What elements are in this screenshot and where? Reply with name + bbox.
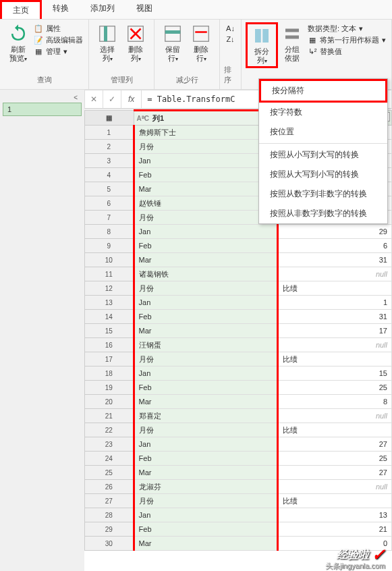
cell-col1[interactable]: Feb <box>134 239 277 253</box>
column-header-1[interactable]: AᴮC 列1 ▾ <box>134 111 277 126</box>
row-number[interactable]: 30 <box>85 537 134 551</box>
cell-col1[interactable]: Mar <box>134 466 277 480</box>
row-number[interactable]: 21 <box>85 409 134 423</box>
row-number[interactable]: 27 <box>85 494 134 508</box>
row-number[interactable]: 24 <box>85 452 134 466</box>
row-number[interactable]: 1 <box>85 126 134 140</box>
formula-commit[interactable]: ✓ <box>103 90 121 108</box>
dd-upper-to-lower[interactable]: 按照从大写到小写的转换 <box>259 165 387 184</box>
table-row[interactable]: 26龙淑芬null <box>85 480 392 494</box>
row-number[interactable]: 11 <box>85 267 134 281</box>
cell-col2[interactable]: 15 <box>277 366 391 381</box>
row-number[interactable]: 23 <box>85 437 134 452</box>
split-column-button[interactable]: 拆分 列▾ <box>246 22 278 68</box>
first-row-headers-button[interactable]: ▦将第一行用作标题▾ <box>308 35 386 45</box>
cell-col1[interactable]: Jan <box>134 154 277 168</box>
sort-asc-button[interactable]: A↓ <box>226 24 235 33</box>
table-row[interactable]: 16汪钢蛋null <box>85 338 392 352</box>
cell-col1[interactable]: 汪钢蛋 <box>134 338 277 352</box>
cell-col2[interactable]: 27 <box>277 466 391 480</box>
cell-col2[interactable]: null <box>277 480 391 494</box>
cell-col2[interactable]: 29 <box>277 225 391 239</box>
tab-home[interactable]: 主页 <box>0 0 42 19</box>
row-number[interactable]: 13 <box>85 296 134 310</box>
advanced-editor-button[interactable]: 📝高级编辑器 <box>34 35 83 45</box>
cell-col1[interactable]: 郑喜定 <box>134 409 277 423</box>
cell-col2[interactable]: 25 <box>277 381 391 395</box>
cell-col1[interactable]: 月份 <box>134 281 277 296</box>
properties-button[interactable]: 📋属性 <box>34 24 83 34</box>
remove-columns-button[interactable]: 删除 列▾ <box>121 22 150 64</box>
row-number[interactable]: 9 <box>85 239 134 253</box>
cell-col1[interactable]: Jan <box>134 508 277 522</box>
grid-corner[interactable]: ▦ <box>85 111 134 126</box>
cell-col1[interactable]: Mar <box>134 537 277 551</box>
cell-col1[interactable]: Feb <box>134 522 277 537</box>
table-row[interactable]: 14Feb31 <box>85 310 392 324</box>
cell-col1[interactable]: 月份 <box>134 352 277 366</box>
cell-col1[interactable]: Feb <box>134 310 277 324</box>
dd-by-chars[interactable]: 按字符数 <box>259 103 387 122</box>
query-item[interactable]: 1 <box>3 103 82 116</box>
table-row[interactable]: 24Feb25 <box>85 452 392 466</box>
table-row[interactable]: 25Mar27 <box>85 466 392 480</box>
cell-col2[interactable]: null <box>277 409 391 423</box>
cell-col2[interactable]: 21 <box>277 522 391 537</box>
row-number[interactable]: 18 <box>85 366 134 381</box>
row-number[interactable]: 22 <box>85 423 134 437</box>
row-number[interactable]: 15 <box>85 324 134 338</box>
replace-values-button[interactable]: ↳²替换值 <box>308 47 386 57</box>
dd-num-to-nonnum[interactable]: 按照从数字到非数字的转换 <box>259 184 387 204</box>
select-columns-button[interactable]: 选择 列▾ <box>93 22 121 64</box>
cell-col1[interactable]: 月份 <box>134 494 277 508</box>
table-row[interactable]: 23Jan27 <box>85 437 392 452</box>
row-number[interactable]: 20 <box>85 395 134 409</box>
table-row[interactable]: 29Feb21 <box>85 522 392 537</box>
formula-cancel[interactable]: ✕ <box>85 90 103 108</box>
row-number[interactable]: 10 <box>85 253 134 267</box>
row-number[interactable]: 12 <box>85 281 134 296</box>
row-number[interactable]: 14 <box>85 310 134 324</box>
remove-rows-button[interactable]: 删除 行▾ <box>187 22 215 64</box>
table-row[interactable]: 22月份比绩 <box>85 423 392 437</box>
collapse-pane-button[interactable]: < <box>3 92 82 103</box>
table-row[interactable]: 20Mar8 <box>85 395 392 409</box>
cell-col1[interactable]: Mar <box>134 324 277 338</box>
formula-text[interactable]: = Table.TransformC <box>142 94 240 104</box>
cell-col2[interactable]: 比绩 <box>277 494 391 508</box>
row-number[interactable]: 3 <box>85 154 134 168</box>
table-row[interactable]: 11诸葛钢铁null <box>85 267 392 281</box>
row-number[interactable]: 8 <box>85 225 134 239</box>
row-number[interactable]: 25 <box>85 466 134 480</box>
table-row[interactable]: 8Jan29 <box>85 225 392 239</box>
cell-col1[interactable]: 月份 <box>134 140 277 154</box>
row-number[interactable]: 28 <box>85 508 134 522</box>
cell-col2[interactable]: 17 <box>277 324 391 338</box>
cell-col2[interactable]: 13 <box>277 508 391 522</box>
table-row[interactable]: 17月份比绩 <box>85 352 392 366</box>
tab-view[interactable]: 视图 <box>125 0 163 19</box>
cell-col2[interactable]: null <box>277 267 391 281</box>
cell-col1[interactable]: Jan <box>134 366 277 381</box>
cell-col1[interactable]: Jan <box>134 225 277 239</box>
sort-desc-button[interactable]: Z↓ <box>226 34 235 44</box>
cell-col1[interactable]: 月份 <box>134 423 277 437</box>
cell-col2[interactable]: null <box>277 338 391 352</box>
row-number[interactable]: 5 <box>85 182 134 196</box>
tab-transform[interactable]: 转换 <box>42 0 80 19</box>
group-by-button[interactable]: 分组 依据 <box>278 22 306 64</box>
row-number[interactable]: 29 <box>85 522 134 537</box>
table-row[interactable]: 13Jan1 <box>85 296 392 310</box>
row-number[interactable]: 2 <box>85 140 134 154</box>
row-number[interactable]: 17 <box>85 352 134 366</box>
refresh-preview-button[interactable]: 刷新 预览▾ <box>4 22 32 64</box>
tab-add-column[interactable]: 添加列 <box>80 0 125 19</box>
cell-col1[interactable]: Jan <box>134 296 277 310</box>
keep-rows-button[interactable]: 保留 行▾ <box>159 22 187 64</box>
cell-col1[interactable]: 詹姆斯下士 <box>134 126 277 140</box>
cell-col1[interactable]: Feb <box>134 452 277 466</box>
cell-col1[interactable]: 赵铁锤 <box>134 196 277 211</box>
row-number[interactable]: 7 <box>85 211 134 225</box>
cell-col2[interactable]: 31 <box>277 253 391 267</box>
cell-col2[interactable]: 比绩 <box>277 281 391 296</box>
